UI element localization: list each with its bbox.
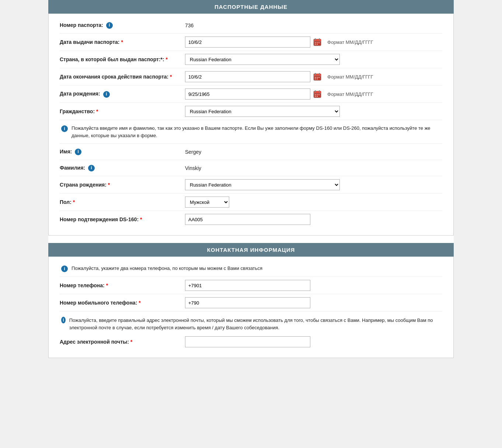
passport-expiry-label: Дата окончания срока действия паспорта: … bbox=[60, 73, 185, 80]
svg-rect-5 bbox=[315, 42, 316, 43]
contact-form-section: i Пожалуйста, укажите два номера телефон… bbox=[48, 257, 454, 358]
birth-date-label: Дата рождения: i bbox=[60, 90, 185, 97]
passport-info-row: i Пожалуйста введите имя и фамилию, так … bbox=[60, 120, 442, 144]
svg-rect-27 bbox=[318, 94, 320, 95]
passport-expiry-input[interactable] bbox=[185, 71, 310, 82]
birth-country-label: Страна рождения: * bbox=[60, 181, 185, 188]
mobile-row: Номер мобильного телефона: * bbox=[60, 294, 442, 312]
citizenship-label: Гражданство: * bbox=[60, 108, 185, 115]
passport-country-row: Страна, в которой был выдан паспорт:*: *… bbox=[60, 51, 442, 68]
birth-country-select[interactable]: Russian Federation bbox=[185, 179, 340, 190]
gender-value: Мужской Женский bbox=[185, 197, 442, 208]
phone-value bbox=[185, 280, 442, 291]
birth-country-value: Russian Federation bbox=[185, 179, 442, 190]
ds160-input[interactable] bbox=[185, 214, 310, 225]
phone-input[interactable] bbox=[185, 280, 310, 291]
contact-info-row: i Пожалуйста, укажите два номера телефон… bbox=[60, 260, 442, 277]
citizenship-select[interactable]: Russian Federation bbox=[185, 106, 340, 117]
birth-date-format-hint: Формат ММ/ДД/ГГГГ bbox=[327, 91, 373, 97]
birth-date-calendar-icon[interactable] bbox=[313, 90, 321, 98]
contact-info-text: Пожалуйста, укажите два номера телефона,… bbox=[72, 265, 262, 272]
svg-rect-13 bbox=[319, 73, 320, 75]
email-info-text: Пожалуйста, введите правильный адрес эле… bbox=[69, 317, 442, 331]
email-info-row: i Пожалуйста, введите правильный адрес э… bbox=[60, 312, 442, 333]
last-name-value: Vinskiy bbox=[185, 164, 442, 173]
contact-section-header: КОНТАКТНАЯ ИНФОРМАЦИЯ bbox=[48, 243, 454, 257]
phone-label: Номер телефона: * bbox=[60, 282, 185, 289]
birth-date-info-icon[interactable]: i bbox=[103, 91, 110, 98]
birth-date-input[interactable] bbox=[185, 88, 310, 100]
svg-rect-16 bbox=[317, 77, 318, 78]
last-name-row: Фамилия: i Vinskiy bbox=[60, 160, 442, 176]
svg-rect-26 bbox=[317, 94, 318, 95]
gender-select[interactable]: Мужской Женский bbox=[185, 197, 229, 208]
passport-issue-date-calendar-icon[interactable] bbox=[313, 38, 321, 46]
passport-section-header: ПАСПОРТНЫЕ ДАННЫЕ bbox=[48, 0, 454, 14]
phone-row: Номер телефона: * bbox=[60, 277, 442, 294]
passport-issue-date-label: Дата выдачи паспорта: * bbox=[60, 39, 185, 45]
svg-rect-7 bbox=[318, 42, 320, 43]
last-name-info-icon[interactable]: i bbox=[88, 165, 95, 171]
first-name-value: Sergey bbox=[185, 147, 442, 156]
passport-number-info-icon[interactable]: i bbox=[106, 22, 113, 29]
svg-rect-18 bbox=[315, 79, 316, 79]
passport-country-label: Страна, в которой был выдан паспорт:*: * bbox=[60, 56, 185, 63]
gender-row: Пол: * Мужской Женский bbox=[60, 194, 442, 211]
first-name-label: Имя: i bbox=[60, 148, 185, 155]
passport-issue-date-row: Дата выдачи паспорта: * bbox=[60, 34, 442, 51]
gender-label: Пол: * bbox=[60, 199, 185, 205]
passport-expiry-row: Дата окончания срока действия паспорта: … bbox=[60, 68, 442, 86]
svg-rect-17 bbox=[318, 77, 320, 78]
contact-section: КОНТАКТНАЯ ИНФОРМАЦИЯ i Пожалуйста, укаж… bbox=[48, 243, 454, 358]
passport-form-section: Номер паспорта: i 736 Дата выдачи паспор… bbox=[48, 14, 454, 236]
citizenship-value: Russian Federation bbox=[185, 106, 442, 117]
email-input[interactable] bbox=[185, 336, 310, 347]
passport-info-icon: i bbox=[61, 125, 68, 132]
birth-date-row: Дата рождения: i bbox=[60, 86, 442, 103]
passport-country-select[interactable]: Russian Federation bbox=[185, 54, 340, 65]
first-name-row: Имя: i Sergey bbox=[60, 144, 442, 160]
email-value bbox=[185, 336, 442, 347]
svg-rect-3 bbox=[319, 38, 320, 40]
svg-rect-9 bbox=[317, 44, 318, 45]
svg-rect-15 bbox=[315, 77, 316, 78]
passport-issue-date-input[interactable] bbox=[185, 37, 310, 48]
birth-country-row: Страна рождения: * Russian Federation bbox=[60, 176, 442, 194]
email-label: Адрес электронной почты: * bbox=[60, 338, 185, 345]
svg-rect-19 bbox=[317, 79, 318, 79]
first-name-info-icon[interactable]: i bbox=[75, 149, 81, 155]
svg-rect-23 bbox=[319, 90, 320, 92]
email-row: Адрес электронной почты: * bbox=[60, 333, 442, 350]
svg-rect-8 bbox=[315, 44, 316, 45]
svg-rect-25 bbox=[315, 94, 316, 95]
last-name-label: Фамилия: i bbox=[60, 164, 185, 171]
passport-number-row: Номер паспорта: i 736 bbox=[60, 17, 442, 34]
mobile-input[interactable] bbox=[185, 297, 310, 308]
email-info-icon: i bbox=[61, 317, 66, 323]
mobile-value bbox=[185, 297, 442, 308]
birth-date-value: Формат ММ/ДД/ГГГГ bbox=[185, 88, 442, 100]
passport-issue-date-value: Формат ММ/ДД/ГГГГ bbox=[185, 37, 442, 48]
svg-rect-2 bbox=[315, 38, 316, 40]
svg-rect-12 bbox=[315, 73, 316, 75]
contact-info-icon: i bbox=[61, 265, 68, 272]
ds160-label: Номер подтверждения DS-160: * bbox=[60, 216, 185, 223]
svg-rect-29 bbox=[317, 96, 318, 97]
svg-rect-28 bbox=[315, 96, 316, 97]
passport-country-value: Russian Federation bbox=[185, 54, 442, 65]
citizenship-row: Гражданство: * Russian Federation bbox=[60, 103, 442, 120]
mobile-label: Номер мобильного телефона: * bbox=[60, 299, 185, 306]
ds160-row: Номер подтверждения DS-160: * bbox=[60, 211, 442, 228]
svg-rect-6 bbox=[317, 42, 318, 43]
passport-expiry-calendar-icon[interactable] bbox=[313, 73, 321, 81]
passport-number-label: Номер паспорта: i bbox=[60, 22, 185, 29]
passport-info-text: Пожалуйста введите имя и фамилию, так ка… bbox=[72, 125, 442, 139]
ds160-value bbox=[185, 214, 442, 225]
passport-expiry-format-hint: Формат ММ/ДД/ГГГГ bbox=[327, 74, 373, 80]
passport-issue-date-format-hint: Формат ММ/ДД/ГГГГ bbox=[327, 39, 373, 45]
svg-rect-22 bbox=[315, 90, 316, 92]
passport-number-value: 736 bbox=[185, 21, 442, 30]
passport-expiry-value: Формат ММ/ДД/ГГГГ bbox=[185, 71, 442, 82]
